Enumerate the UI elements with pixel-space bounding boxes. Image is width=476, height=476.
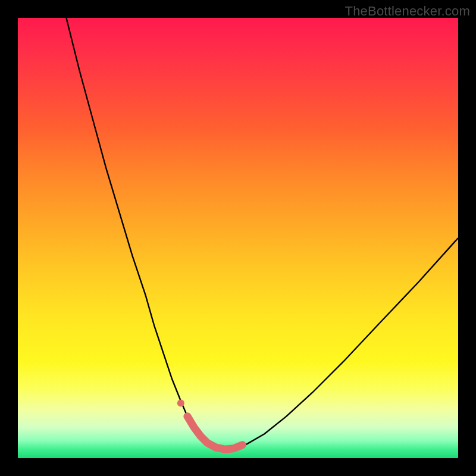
plot-area (18, 18, 458, 458)
bottleneck-curve (66, 18, 458, 449)
watermark-text: TheBottlenecker.com (345, 4, 470, 19)
marker-band (187, 416, 243, 450)
chart-frame: TheBottlenecker.com (0, 0, 476, 476)
marker-dot (177, 400, 184, 407)
curve-layer (18, 18, 458, 458)
